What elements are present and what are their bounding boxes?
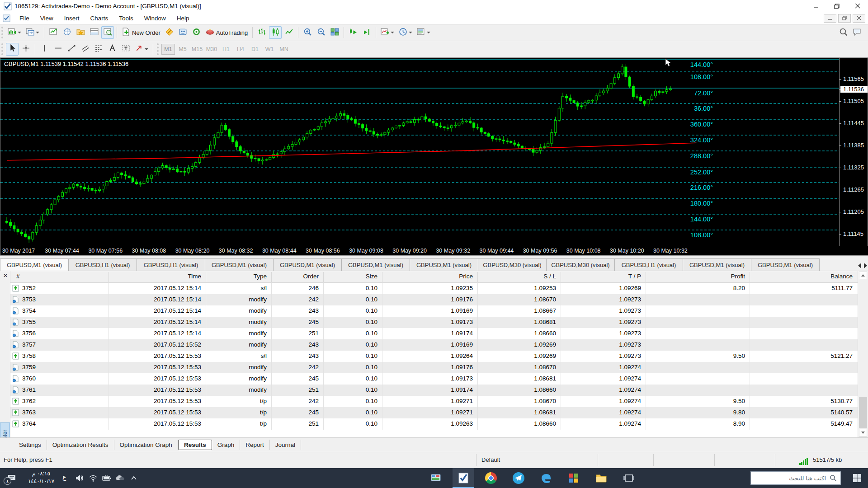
autotrading-button[interactable]: AutoTrading	[204, 26, 250, 39]
start-button[interactable]	[846, 468, 868, 488]
scrollbar-thumb[interactable]	[859, 397, 867, 428]
status-profile[interactable]: Default	[481, 456, 500, 463]
table-row[interactable]: 37602017.05.12 15:53modify2450.101.09173…	[10, 373, 858, 385]
table-row[interactable]: 37562017.05.12 15:14modify2510.101.09174…	[10, 328, 858, 339]
dropdown-caret-icon[interactable]	[18, 32, 21, 33]
tile-windows-button[interactable]	[328, 26, 341, 39]
timeframe-m5-button[interactable]: M5	[176, 44, 189, 55]
tester-close-icon[interactable]: ✕	[2, 272, 9, 279]
timeframe-h4-button[interactable]: H4	[234, 44, 247, 55]
taskbar-search-input[interactable]: اكتب هنا للبحث	[750, 471, 841, 485]
table-row[interactable]: 37642017.05.12 15:53t/p2510.101.092631.0…	[10, 418, 858, 430]
menu-charts[interactable]: Charts	[85, 13, 114, 23]
dropdown-caret-icon[interactable]	[391, 32, 394, 33]
table-row[interactable]: 37542017.05.12 15:14modify2430.101.09169…	[10, 305, 858, 317]
indicators-button[interactable]	[379, 26, 396, 39]
tester-tab-report[interactable]: Report	[240, 440, 270, 450]
chart-tab[interactable]: GBPUSD,H1 (visual)	[137, 258, 205, 271]
table-row[interactable]: 37592017.05.12 15:53modify2420.101.09176…	[10, 362, 858, 373]
strategy-tester-button[interactable]	[101, 26, 114, 39]
price-scale[interactable]: 1.115651.115361.115051.114451.113851.113…	[839, 58, 868, 247]
chat-button[interactable]	[850, 26, 863, 39]
search-button[interactable]	[837, 26, 849, 39]
horizontal-line-tool-button[interactable]	[52, 43, 64, 56]
column-header-time[interactable]: Time	[108, 273, 201, 280]
chart-tab[interactable]: GBPUSD,M1 (visual)	[751, 258, 820, 271]
table-row[interactable]: 37522017.05.12 15:14s/l2460.101.092351.0…	[10, 283, 858, 294]
new-chart-button[interactable]	[6, 26, 23, 39]
menu-file[interactable]: File	[14, 13, 35, 23]
table-row[interactable]: 37582017.05.12 15:53s/l2430.101.092641.0…	[10, 351, 858, 362]
cursor-tool-button[interactable]	[6, 43, 19, 56]
taskbar-clock[interactable]: ٠٨:١٥ م ١٤٤٠/١٠/١٧	[22, 470, 61, 485]
restore-button[interactable]	[826, 0, 847, 12]
navigator-button[interactable]	[74, 26, 87, 39]
chart-tab[interactable]: GBPUSD,H1 (visual)	[68, 258, 137, 271]
pinned-app-icon[interactable]	[425, 468, 447, 488]
expert-advisors-button[interactable]	[177, 26, 189, 39]
battery-icon[interactable]	[99, 471, 114, 485]
metaeditor-button[interactable]	[163, 26, 176, 39]
onedrive-cloud-icon[interactable]	[113, 471, 127, 485]
minimize-button[interactable]	[806, 0, 826, 12]
table-row[interactable]: 37532017.05.12 15:14modify2420.101.09176…	[10, 294, 858, 305]
tester-tab-optimization-graph[interactable]: Optimization Graph	[114, 440, 178, 450]
auto-scroll-button[interactable]	[347, 26, 359, 39]
dropdown-caret-icon[interactable]	[427, 32, 430, 33]
chart-tab[interactable]: GBPUSD,M1 (visual)	[410, 258, 478, 271]
column-header-tp[interactable]: T / P	[561, 273, 641, 280]
chart-plot-area[interactable]: GBPUSD,M1 1.11539 1.11542 1.11536 1.1153…	[0, 58, 840, 247]
file-explorer-icon[interactable]	[590, 468, 612, 488]
equidistant-channel-tool-button[interactable]	[79, 43, 91, 56]
chart-tab[interactable]: GBPUSD,M1 (visual)	[683, 258, 751, 271]
timeframe-d1-button[interactable]: D1	[248, 44, 262, 55]
close-button[interactable]	[847, 0, 868, 12]
child-minimize-button[interactable]	[824, 14, 836, 23]
tester-tab-results[interactable]: Results	[178, 440, 212, 450]
show-hidden-icons-chevron[interactable]	[127, 471, 141, 485]
zoom-in-button[interactable]	[301, 26, 314, 39]
fibonacci-tool-button[interactable]	[92, 43, 105, 56]
scroll-up-icon[interactable]	[859, 272, 867, 279]
chart-tab[interactable]: GBPUSD,M1 (visual)	[205, 258, 274, 271]
chart-bars-button[interactable]	[255, 26, 268, 39]
column-header-profit[interactable]: Profit	[646, 273, 745, 280]
tester-tab-journal[interactable]: Journal	[270, 440, 301, 450]
text-label-tool-button[interactable]	[119, 43, 132, 56]
dropdown-caret-icon[interactable]	[409, 32, 412, 33]
mql-community-button[interactable]	[190, 26, 203, 39]
table-row[interactable]: 37632017.05.12 15:53t/p2450.101.092711.0…	[10, 407, 858, 418]
wifi-icon[interactable]	[86, 471, 100, 485]
menu-help[interactable]: Help	[171, 13, 195, 23]
tester-tab-optimization-results[interactable]: Optimization Results	[47, 440, 114, 450]
timeframe-mn-button[interactable]: MN	[277, 44, 291, 55]
chart-tab[interactable]: GBPUSD,M30 (visual)	[478, 258, 547, 271]
timeframe-m30-button[interactable]: M30	[205, 44, 218, 55]
column-header-price[interactable]: Price	[382, 273, 473, 280]
scroll-down-icon[interactable]	[859, 429, 867, 436]
chart-tab[interactable]: GBPUSD,M1 (visual)	[273, 258, 342, 271]
table-row[interactable]: 37612017.05.12 15:53modify2510.101.09174…	[10, 385, 858, 396]
colored-app-icon[interactable]	[563, 468, 585, 488]
column-header-[interactable]: #	[16, 273, 20, 280]
column-header-type[interactable]: Type	[206, 273, 267, 280]
column-header-sl[interactable]: S / L	[477, 273, 556, 280]
timeframe-h1-button[interactable]: H1	[219, 44, 233, 55]
chart-tab[interactable]: GBPUSD,H1 (visual)	[614, 258, 683, 271]
column-header-order[interactable]: Order	[271, 273, 319, 280]
chart-shift-button[interactable]	[360, 26, 373, 39]
dropdown-caret-icon[interactable]	[36, 32, 39, 33]
terminal-button[interactable]	[88, 26, 100, 39]
new-order-button[interactable]: New Order	[120, 26, 162, 39]
tester-tab-graph[interactable]: Graph	[212, 440, 241, 450]
column-header-balance[interactable]: Balance	[750, 273, 853, 280]
tabs-scroll-right-icon[interactable]	[864, 263, 867, 268]
chart-candles-button[interactable]	[269, 26, 282, 39]
templates-button[interactable]	[415, 26, 432, 39]
dropdown-caret-icon[interactable]	[145, 48, 148, 50]
table-row[interactable]: 37572017.05.12 15:52modify2430.101.09169…	[10, 339, 858, 351]
chrome-icon[interactable]	[480, 468, 502, 488]
market-watch-button[interactable]	[47, 26, 60, 39]
vertical-scrollbar[interactable]	[858, 271, 868, 437]
profiles-button[interactable]	[24, 26, 41, 39]
